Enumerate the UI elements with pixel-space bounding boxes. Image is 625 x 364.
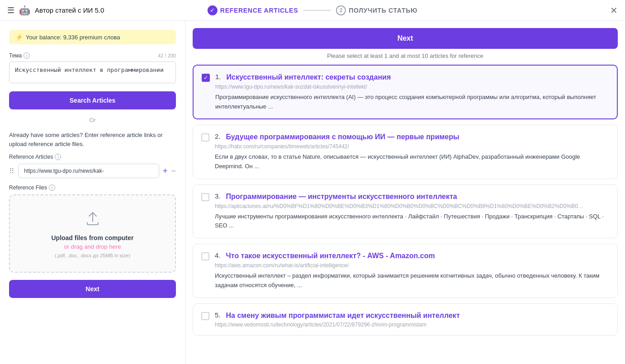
article-number: 3. — [215, 192, 221, 200]
step1: ✓ REFERENCE ARTICLES — [208, 5, 298, 15]
upload-icon — [19, 209, 166, 231]
upload-zone[interactable]: Upload files from computer or drag and d… — [9, 194, 176, 273]
url-row: ⠿ + − — [9, 164, 176, 178]
article-number: 2. — [215, 132, 221, 140]
article-checkbox[interactable] — [201, 312, 209, 320]
articles-list: ✓1.Искусственный интеллект: секреты созд… — [185, 65, 625, 348]
step2: 2 ПОЛУЧИТЬ СТАТЬЮ — [336, 5, 417, 15]
article-url: https://aws.amazon.com/ru/what-is/artifi… — [215, 262, 586, 269]
ref-articles-info-icon[interactable]: i — [55, 154, 61, 160]
ref-files-label-row: Reference Files i — [9, 184, 176, 191]
article-header: 5.На смену живым программистам идет иску… — [201, 311, 609, 321]
article-url: https://aplicaciones.ai/ru/%D0%BF%D1%80%… — [215, 203, 586, 209]
article-checkbox[interactable]: ✓ — [202, 74, 210, 82]
next-top-button[interactable]: Next — [193, 28, 618, 49]
tema-info-icon[interactable]: i — [24, 52, 30, 59]
ref-files-label: Reference Files — [9, 184, 47, 191]
close-button[interactable]: ✕ — [610, 5, 618, 16]
ref-articles-label: Reference Articles — [9, 154, 53, 160]
lightning-icon: ⚡ — [15, 33, 23, 41]
article-card[interactable]: 5.На смену живым программистам идет иску… — [193, 303, 618, 336]
article-card[interactable]: 2.Будущее программирования с помощью ИИ … — [193, 125, 618, 179]
article-title: Программирование — инструменты искусстве… — [226, 192, 457, 202]
tema-label-row: Тема i 42 / 200 — [9, 52, 176, 59]
balance-bar: ⚡ Your balance: 9,336 premium слова — [9, 30, 176, 44]
article-snippet: Программирование искусственного интеллек… — [215, 93, 609, 112]
article-checkbox[interactable] — [201, 193, 209, 201]
article-title: Искусственный интеллект: секреты создани… — [227, 73, 391, 82]
article-checkbox[interactable] — [201, 133, 209, 142]
url-input[interactable] — [18, 164, 159, 178]
tema-input[interactable] — [9, 61, 176, 83]
drag-handle-icon[interactable]: ⠿ — [9, 167, 14, 175]
article-number: 5. — [215, 311, 221, 319]
sidebar-next-button[interactable]: Next — [9, 280, 176, 298]
article-snippet: Искусственный интеллект – раздел информа… — [215, 271, 609, 290]
main-layout: ⚡ Your balance: 9,336 premium слова Тема… — [0, 21, 625, 364]
article-card[interactable]: 3.Программирование — инструменты искусст… — [193, 184, 618, 238]
menu-button[interactable]: ☰ — [7, 5, 14, 15]
ref-articles-label-row: Reference Articles i — [9, 154, 176, 160]
right-panel: Next Please select at least 1 and at mos… — [185, 21, 625, 364]
article-snippet: Если в двух словах, то в статье Nature, … — [215, 152, 609, 171]
topbar-steps: ✓ REFERENCE ARTICLES 2 ПОЛУЧИТЬ СТАТЬЮ — [208, 5, 417, 15]
article-header: 4.Что такое искусственный интеллект? - A… — [201, 251, 609, 261]
article-url: https://www.tgu-dpo.ru/news/kak-sozdat-i… — [215, 84, 586, 90]
article-title: Что такое искусственный интеллект? - AWS… — [226, 251, 435, 261]
article-number: 4. — [215, 251, 221, 259]
url-remove-button[interactable]: − — [171, 167, 176, 175]
step-divider — [303, 10, 331, 11]
upload-sub: or drag and drop here — [19, 243, 166, 250]
or-divider: Or — [9, 117, 176, 123]
step1-check: ✓ — [208, 5, 218, 15]
tema-counter: 42 / 200 — [158, 53, 176, 58]
article-card[interactable]: 4.Что такое искусственный интеллект? - A… — [193, 244, 618, 298]
app-icon: 🤖 — [19, 5, 30, 16]
article-checkbox[interactable] — [201, 252, 209, 260]
article-header: ✓1.Искусственный интеллект: секреты созд… — [202, 73, 609, 82]
article-header: 3.Программирование — инструменты искусст… — [201, 192, 609, 202]
balance-text: Your balance: 9,336 premium слова — [26, 34, 120, 41]
ref-files-info-icon[interactable]: i — [49, 184, 55, 191]
article-url: https://www.vedomosti.ru/technology/arti… — [215, 321, 586, 328]
topbar-left: ☰ 🤖 Автор статей с ИИ 5.0 — [7, 5, 104, 16]
sidebar: ⚡ Your balance: 9,336 premium слова Тема… — [0, 21, 185, 364]
topbar: ☰ 🤖 Автор статей с ИИ 5.0 ✓ REFERENCE AR… — [0, 0, 625, 21]
article-title: На смену живым программистам идет искусс… — [226, 311, 460, 321]
upload-hint: (.pdf, .doc, .docx до 25MB in size) — [19, 253, 166, 258]
already-text: Already have some articles? Enter refere… — [9, 131, 176, 148]
article-snippet: Лучшие инструменты программирования иску… — [215, 212, 609, 231]
search-articles-button[interactable]: Search Articles — [9, 91, 176, 109]
menu-icon: ☰ — [7, 6, 14, 15]
article-number: 1. — [215, 73, 221, 80]
step2-label: ПОЛУЧИТЬ СТАТЬЮ — [349, 7, 417, 14]
article-header: 2.Будущее программирования с помощью ИИ … — [201, 132, 609, 142]
step1-label: REFERENCE ARTICLES — [220, 7, 298, 14]
article-title: Будущее программирования с помощью ИИ — … — [226, 132, 459, 142]
upload-title: Upload files from computer — [19, 234, 166, 241]
url-add-button[interactable]: + — [163, 167, 168, 175]
tema-label: Тема — [9, 52, 22, 59]
article-card[interactable]: ✓1.Искусственный интеллект: секреты созд… — [193, 65, 618, 119]
step2-number: 2 — [336, 5, 346, 15]
app-title: Автор статей с ИИ 5.0 — [35, 6, 104, 14]
article-url: https://habr.com/ru/companies/timeweb/ar… — [215, 143, 586, 150]
select-hint: Please select at least 1 and at most 10 … — [185, 52, 625, 59]
